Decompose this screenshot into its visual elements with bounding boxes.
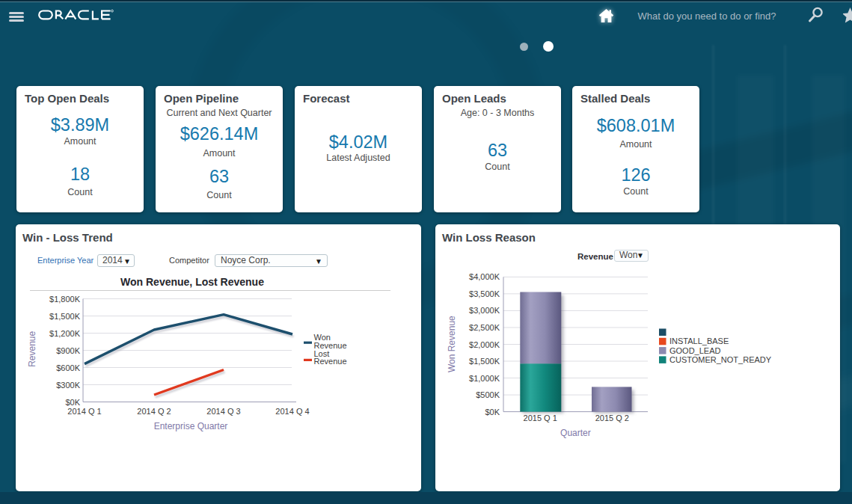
svg-text:$1,000K: $1,000K <box>469 374 500 383</box>
svg-text:2014 Q 2: 2014 Q 2 <box>137 407 171 416</box>
svg-text:$1,500K: $1,500K <box>49 312 81 321</box>
svg-text:$1,500K: $1,500K <box>469 357 500 366</box>
svg-text:$300K: $300K <box>56 381 80 390</box>
svg-text:$1,200K: $1,200K <box>49 329 81 338</box>
svg-text:2015 Q 2: 2015 Q 2 <box>595 414 629 422</box>
svg-text:CUSTOMER_NOT_READY: CUSTOMER_NOT_READY <box>669 355 772 364</box>
svg-text:2015 Q 1: 2015 Q 1 <box>524 414 557 422</box>
svg-text:$3,000K: $3,000K <box>469 306 500 315</box>
svg-text:$2,500K: $2,500K <box>469 323 500 332</box>
svg-text:$0K: $0K <box>485 408 500 417</box>
svg-text:$0K: $0K <box>65 398 80 407</box>
svg-text:$1,800K: $1,800K <box>49 295 81 304</box>
svg-text:$600K: $600K <box>56 363 80 372</box>
svg-text:$2,000K: $2,000K <box>469 340 500 349</box>
svg-text:Revenue: Revenue <box>314 357 347 366</box>
svg-text:$900K: $900K <box>56 346 80 355</box>
svg-text:INSTALL_BASE: INSTALL_BASE <box>669 336 729 345</box>
svg-text:GOOD_LEAD: GOOD_LEAD <box>669 346 721 355</box>
svg-text:Revenue: Revenue <box>314 341 347 350</box>
svg-text:Quarter: Quarter <box>560 428 591 438</box>
svg-text:$500K: $500K <box>476 390 500 399</box>
svg-text:2014 Q 1: 2014 Q 1 <box>67 407 101 416</box>
svg-text:Revenue: Revenue <box>27 331 37 366</box>
svg-text:Won Revenue: Won Revenue <box>447 316 457 372</box>
svg-text:$3,500K: $3,500K <box>469 289 500 298</box>
svg-text:Enterprise Quarter: Enterprise Quarter <box>154 421 228 431</box>
svg-text:Won Revenue, Lost Revenue: Won Revenue, Lost Revenue <box>120 276 264 288</box>
svg-text:2014 Q 3: 2014 Q 3 <box>206 407 240 416</box>
svg-text:2014 Q 4: 2014 Q 4 <box>275 407 309 416</box>
svg-text:$4,000K: $4,000K <box>469 272 500 281</box>
